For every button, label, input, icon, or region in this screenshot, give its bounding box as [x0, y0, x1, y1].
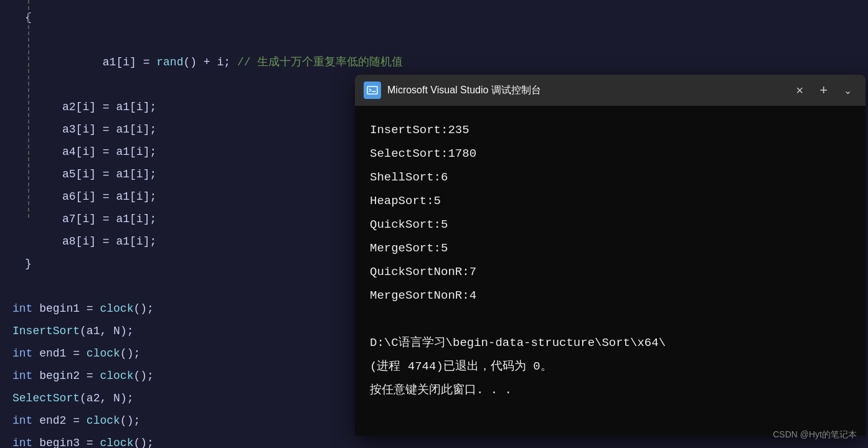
output-blank — [370, 307, 851, 331]
terminal-content: InsertSort:235 SelectSort:1780 ShellSort… — [355, 106, 866, 436]
terminal-app-icon — [364, 82, 381, 99]
output-insertsort: InsertSort:235 — [370, 118, 851, 142]
dashed-line — [28, 0, 29, 218]
svg-rect-0 — [367, 86, 377, 94]
output-mergesort: MergeSort:5 — [370, 236, 851, 260]
terminal-chevron-button[interactable]: ⌄ — [839, 82, 857, 99]
terminal-window: Microsoft Visual Studio 调试控制台 × + ⌄ Inse… — [355, 75, 866, 436]
output-shellsort: ShellSort:6 — [370, 166, 851, 189]
output-heapsort: HeapSort:5 — [370, 189, 851, 213]
output-selectsort: SelectSort:1780 — [370, 142, 851, 166]
output-path: D:\C语言学习\begin-data-structure\Sort\x64\ — [370, 331, 851, 355]
output-quicksortnonr: QuickSortNonR:7 — [370, 260, 851, 284]
terminal-title: Microsoft Visual Studio 调试控制台 — [387, 84, 785, 97]
terminal-titlebar: Microsoft Visual Studio 调试控制台 × + ⌄ — [355, 75, 866, 106]
output-quicksort: QuickSort:5 — [370, 213, 851, 236]
code-line: { — [12, 6, 856, 29]
terminal-close-button[interactable]: × — [791, 81, 808, 100]
output-mergesortnonr: MergeSortNonR:4 — [370, 284, 851, 307]
terminal-add-button[interactable]: + — [814, 80, 833, 101]
watermark: CSDN @Hyt的笔记本 — [773, 429, 857, 441]
output-press-key: 按任意键关闭此窗口. . . — [370, 378, 851, 402]
output-exit: (进程 4744)已退出，代码为 0。 — [370, 355, 851, 378]
